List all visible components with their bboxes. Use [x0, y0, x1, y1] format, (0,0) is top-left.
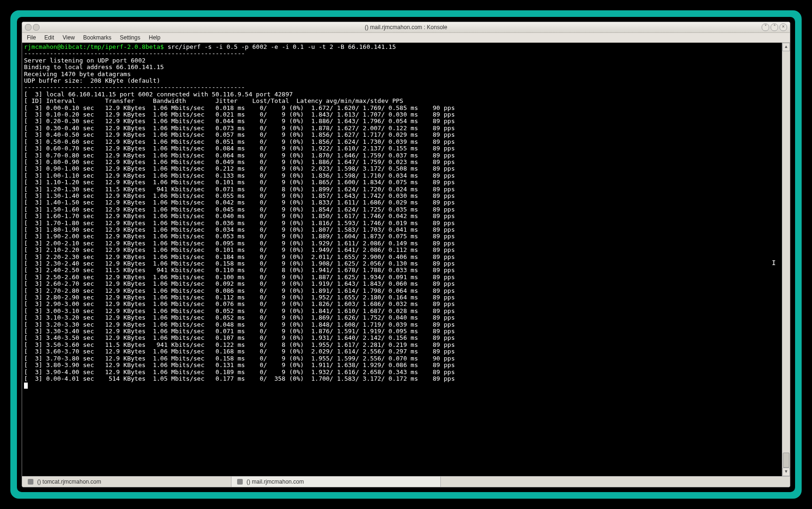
tab-label: () mail.rjmcmahon.com — [247, 478, 304, 485]
terminal-icon — [237, 479, 243, 485]
menu-settings[interactable]: Settings — [120, 34, 140, 41]
scrollbar[interactable]: ▲ ▼ — [782, 43, 790, 476]
tab-1[interactable]: () mail.rjmcmahon.com — [231, 477, 441, 487]
scroll-up-icon[interactable]: ▲ — [782, 43, 790, 51]
window-title: () mail.rjmcmahon.com : Konsole — [22, 24, 790, 31]
minimize-button[interactable]: ˅ — [762, 23, 769, 31]
scroll-down-icon[interactable]: ▼ — [782, 468, 790, 476]
window-pin-icon[interactable] — [33, 24, 40, 31]
tab-label: () tomcat.rjmcmahon.com — [37, 478, 101, 485]
menu-help[interactable]: Help — [149, 34, 160, 41]
maximize-button[interactable]: ˄ — [771, 23, 778, 31]
text-cursor-icon: I — [772, 259, 776, 266]
desktop-frame: () mail.rjmcmahon.com : Konsole ˅ ˄ × Fi… — [10, 10, 802, 499]
konsole-window: () mail.rjmcmahon.com : Konsole ˅ ˄ × Fi… — [22, 22, 790, 487]
menu-edit[interactable]: Edit — [44, 34, 54, 41]
menu-bookmarks[interactable]: Bookmarks — [83, 34, 111, 41]
scroll-track[interactable] — [782, 51, 790, 468]
tab-bar: () tomcat.rjmcmahon.com() mail.rjmcmahon… — [22, 476, 790, 487]
close-button[interactable]: × — [780, 23, 787, 31]
scroll-thumb[interactable] — [783, 453, 789, 468]
window-menu-icon[interactable] — [25, 24, 32, 31]
titlebar[interactable]: () mail.rjmcmahon.com : Konsole ˅ ˄ × — [22, 22, 790, 33]
menu-view[interactable]: View — [63, 34, 75, 41]
terminal-output[interactable]: rjmcmahon@bibcat:/tmp/iperf-2.0.8beta$ s… — [22, 43, 782, 476]
tab-0[interactable]: () tomcat.rjmcmahon.com — [22, 477, 231, 487]
terminal-icon — [28, 479, 33, 485]
menu-file[interactable]: File — [27, 34, 36, 41]
desktop-inner: () mail.rjmcmahon.com : Konsole ˅ ˄ × Fi… — [17, 17, 795, 492]
menubar: File Edit View Bookmarks Settings Help — [22, 33, 790, 43]
